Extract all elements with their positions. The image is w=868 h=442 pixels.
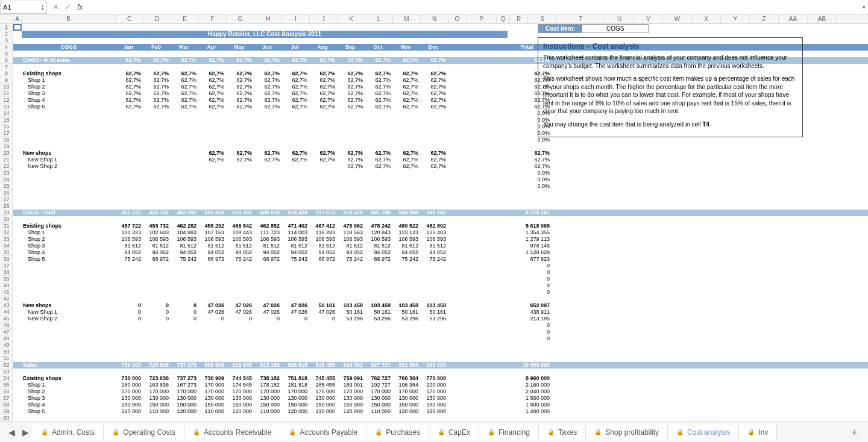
cell[interactable]: 170 000	[227, 388, 254, 395]
cell[interactable]: 8 960 000	[504, 375, 552, 382]
cell[interactable]: 213 185	[504, 316, 552, 322]
column-header[interactable]: O	[448, 14, 467, 23]
cell[interactable]	[476, 263, 504, 269]
cell[interactable]	[13, 57, 22, 64]
cell[interactable]	[421, 322, 448, 329]
row-header[interactable]: 2	[0, 31, 13, 37]
cell[interactable]: 47 026	[227, 302, 254, 309]
cell[interactable]	[448, 176, 476, 183]
cell[interactable]: 62,7%	[365, 97, 393, 104]
cell[interactable]: 62,7%	[227, 90, 254, 97]
row-label[interactable]: New Shop 2	[22, 163, 116, 170]
cell[interactable]	[448, 402, 476, 408]
column-header[interactable]: X	[692, 14, 721, 23]
cell[interactable]: 130 000	[421, 395, 448, 402]
cell[interactable]	[476, 249, 504, 256]
column-header[interactable]: K	[338, 14, 365, 23]
column-header[interactable]: D	[143, 14, 171, 23]
row-header[interactable]: 16	[0, 123, 13, 130]
sheet-tab[interactable]: 🔒Shop profitability	[586, 425, 668, 440]
cell[interactable]	[13, 388, 22, 395]
cell[interactable]	[13, 163, 22, 170]
cell[interactable]	[227, 176, 254, 183]
row-label[interactable]: Existing shops	[22, 223, 116, 229]
column-header[interactable]: Z	[750, 14, 779, 23]
row-header[interactable]: 59	[0, 408, 13, 415]
cell[interactable]	[448, 243, 476, 249]
cell[interactable]: 47 026	[254, 302, 282, 309]
cell[interactable]	[254, 176, 282, 183]
cell-reference-box[interactable]: A1 ▴▾	[0, 1, 47, 14]
cell[interactable]: 47 026	[282, 309, 310, 316]
cell[interactable]: 62,7%	[143, 97, 171, 104]
cell[interactable]	[143, 263, 171, 269]
cell[interactable]: 62,7%	[338, 150, 365, 157]
cell[interactable]	[448, 137, 476, 143]
cell[interactable]: 106 593	[227, 236, 254, 243]
cell[interactable]: 81 512	[227, 243, 254, 249]
cell[interactable]	[282, 282, 310, 289]
cell[interactable]	[448, 408, 476, 415]
cell[interactable]: Apr	[199, 44, 227, 51]
cell[interactable]	[282, 276, 310, 282]
cell[interactable]	[116, 335, 143, 342]
cell[interactable]	[13, 150, 22, 157]
cell[interactable]: 62,7%	[338, 90, 365, 97]
cell[interactable]	[282, 183, 310, 190]
cell[interactable]	[421, 263, 448, 269]
row-label[interactable]: Shop 1	[22, 77, 116, 84]
cell[interactable]: 62,7%	[393, 97, 421, 104]
cell[interactable]: 150 000	[227, 402, 254, 408]
cell[interactable]: 110 000	[365, 408, 393, 415]
cell[interactable]	[199, 276, 227, 282]
cell[interactable]: Feb	[143, 44, 171, 51]
cell[interactable]	[199, 110, 227, 117]
row-header[interactable]: 39	[0, 276, 13, 282]
cell[interactable]	[393, 137, 421, 143]
cell[interactable]: 505 318	[199, 210, 227, 216]
cell[interactable]: 62,7%	[504, 163, 552, 170]
cell[interactable]	[448, 110, 476, 117]
cell[interactable]	[476, 97, 504, 104]
cell[interactable]	[338, 276, 365, 282]
cell[interactable]	[13, 77, 22, 84]
cell[interactable]	[13, 249, 22, 256]
cell[interactable]	[393, 176, 421, 183]
cell[interactable]	[13, 263, 22, 269]
stepper-icon[interactable]: ▴▾	[42, 4, 44, 10]
column-header[interactable]: U	[605, 14, 634, 23]
cell[interactable]: 462 852	[254, 223, 282, 229]
cell[interactable]: 62,7%	[421, 90, 448, 97]
column-header[interactable]: V	[634, 14, 663, 23]
cell[interactable]: 110 000	[254, 408, 282, 415]
cell[interactable]	[143, 137, 171, 143]
cell[interactable]: 62,7%	[338, 70, 365, 77]
row-header[interactable]: 21	[0, 157, 13, 163]
cell[interactable]: 62,7%	[338, 104, 365, 110]
cell[interactable]	[448, 382, 476, 388]
column-header[interactable]: G	[227, 14, 254, 23]
cell[interactable]	[476, 110, 504, 117]
cell[interactable]: 62,7%	[199, 57, 227, 64]
cell[interactable]	[13, 236, 22, 243]
column-header[interactable]: B	[22, 14, 116, 23]
row-header[interactable]: 44	[0, 309, 13, 316]
row-label[interactable]: New Shop 1	[22, 157, 116, 163]
row-header[interactable]: 38	[0, 269, 13, 276]
column-header[interactable]: AB	[808, 14, 837, 23]
row-header[interactable]: 58	[0, 402, 13, 408]
cell[interactable]	[448, 322, 476, 329]
cell[interactable]: 877 823	[504, 256, 552, 263]
cell[interactable]: 50 161	[393, 309, 421, 316]
cell[interactable]: 826 818	[282, 362, 310, 369]
cell[interactable]	[421, 176, 448, 183]
cell[interactable]: 0	[504, 335, 552, 342]
row-header[interactable]: 8	[0, 70, 13, 77]
cell[interactable]: 94 052	[421, 249, 448, 256]
cell[interactable]	[116, 123, 143, 130]
cell[interactable]	[448, 276, 476, 282]
cell[interactable]	[421, 170, 448, 176]
cell[interactable]	[476, 309, 504, 316]
cell[interactable]	[310, 130, 338, 137]
cell[interactable]	[448, 362, 476, 369]
